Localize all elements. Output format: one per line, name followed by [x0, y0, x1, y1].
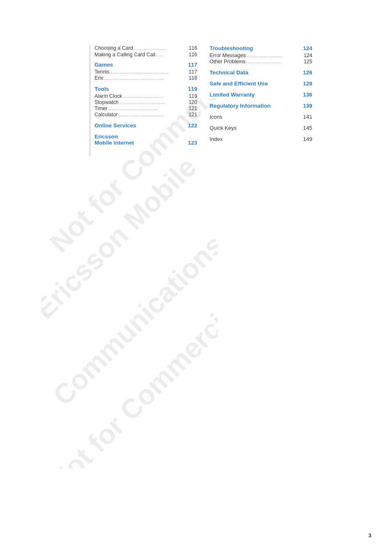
- technical-data-page: 126: [300, 69, 312, 76]
- regulatory-label: Regulatory Information: [210, 103, 271, 109]
- entry-label: Tennis: [95, 69, 109, 75]
- safe-use-header-row: Safe and Efficient Use 129: [210, 81, 312, 87]
- online-services-page: 122: [184, 122, 197, 129]
- entry-label: Other Problems: [210, 59, 246, 64]
- limited-warranty-page: 136: [300, 92, 312, 98]
- quick-keys-label: Quick Keys: [210, 125, 237, 131]
- toc-section-safe-use: Safe and Efficient Use 129: [210, 81, 312, 87]
- entry-dots: ............................: [122, 93, 189, 99]
- toc-entry-alarm-clock: Alarm Clock ............................…: [95, 93, 197, 99]
- safe-use-label: Safe and Efficient Use: [210, 81, 268, 87]
- limited-warranty-label: Limited Warranty: [210, 92, 255, 98]
- entry-page: 116: [189, 52, 197, 58]
- toc-section-quick-keys: Quick Keys 145: [210, 125, 312, 131]
- technical-data-header-row: Technical Data 126: [210, 69, 312, 76]
- entry-page: 119: [189, 93, 197, 99]
- toc-section-technical-data: Technical Data 126: [210, 69, 312, 76]
- toc-entry-other-problems: Other Problems .........................…: [210, 59, 312, 64]
- entry-label: Choosing a Card: [95, 45, 133, 51]
- mobile-internet-page: 123: [184, 140, 197, 146]
- entry-label: Making a Calling Card Call: [95, 52, 155, 58]
- toc-section-icons: Icons 141: [210, 114, 312, 120]
- technical-data-label: Technical Data: [210, 69, 248, 76]
- toc-left-column: Choosing a Card ........................…: [95, 45, 197, 147]
- ericsson-label: Ericsson: [95, 134, 118, 140]
- toc-entry-error-messages: Error Messages .........................…: [210, 53, 312, 58]
- quick-keys-header-row: Quick Keys 145: [210, 125, 312, 131]
- entry-page: 121: [189, 112, 197, 117]
- regulatory-header-row: Regulatory Information 139: [210, 103, 312, 109]
- limited-warranty-header-row: Limited Warranty 136: [210, 92, 312, 98]
- toc-right-column: Troubleshooting 124 Error Messages .....…: [210, 45, 312, 147]
- tools-label: Tools: [95, 86, 109, 92]
- toc-entry-calling-card: Making a Calling Card Call ...... 116: [95, 52, 197, 58]
- toc-section-limited-warranty: Limited Warranty 136: [210, 92, 312, 98]
- entry-dots: ........................................…: [109, 69, 189, 75]
- toc-section-games: Games 117 Tennis .......................…: [95, 62, 197, 81]
- toc-section-tools: Tools 119 Alarm Clock ..................…: [95, 86, 197, 117]
- entry-page: 116: [189, 45, 197, 51]
- toc-entry-calculator: Calculator .............................…: [95, 112, 197, 117]
- watermark: Not for Commercial Ericsson Mobile Commu…: [41, 99, 218, 468]
- troubleshooting-header-row: Troubleshooting 124: [210, 45, 312, 51]
- index-page: 149: [300, 136, 312, 142]
- entry-label: Stopwatch: [95, 99, 118, 105]
- entry-label: Calculator: [95, 112, 118, 117]
- entry-dots: .........................: [246, 53, 304, 58]
- troubleshooting-label: Troubleshooting: [210, 45, 253, 51]
- troubleshooting-page: 124: [300, 45, 312, 51]
- entry-label: Error Messages: [210, 53, 246, 58]
- entry-page: 124: [304, 53, 312, 58]
- tools-page: 119: [184, 86, 197, 92]
- online-services-label: Online Services: [95, 122, 136, 129]
- watermark-line-3: Communications: [46, 228, 218, 411]
- index-label: Index: [210, 136, 223, 142]
- page: Not for Commercial Ericsson Mobile Commu…: [0, 0, 392, 555]
- toc-entry-stopwatch: Stopwatch ..............................…: [95, 99, 197, 105]
- toc-section-online-services: Online Services 122: [95, 122, 197, 129]
- entry-label: Timer: [95, 106, 107, 111]
- toc-section-troubleshooting: Troubleshooting 124 Error Messages .....…: [210, 45, 312, 64]
- mobile-internet-header-row: Mobile Internet 123: [95, 140, 197, 146]
- entry-page: 120: [189, 99, 197, 105]
- games-header-row: Games 117: [95, 62, 197, 68]
- entry-dots: ................................: [118, 112, 189, 117]
- border-line: [90, 45, 90, 156]
- watermark-line-2: Ericsson Mobile: [41, 151, 203, 325]
- icons-label: Icons: [210, 114, 222, 120]
- toc-entry-tennis: Tennis .................................…: [95, 69, 197, 75]
- entry-dots: ........................................…: [104, 75, 189, 81]
- page-number: 3: [369, 532, 371, 539]
- watermark-line-4: Not for Commercial: [43, 291, 218, 468]
- regulatory-page: 139: [300, 103, 312, 109]
- safe-use-page: 129: [300, 81, 312, 87]
- entry-dots: .........................: [246, 59, 304, 64]
- quick-keys-page: 145: [300, 125, 312, 131]
- entry-dots: ................................: [118, 99, 189, 105]
- games-label: Games: [95, 62, 113, 68]
- ericsson-label-row: Ericsson: [95, 134, 197, 140]
- toc-section-ericsson-mobile: Ericsson Mobile Internet 123: [95, 134, 197, 146]
- icons-header-row: Icons 141: [210, 114, 312, 120]
- entry-label: Alarm Clock: [95, 93, 122, 99]
- games-page: 117: [184, 62, 197, 68]
- toc-section-index: Index 149: [210, 136, 312, 142]
- icons-page: 141: [300, 114, 312, 120]
- mobile-internet-label: Mobile Internet: [95, 140, 134, 146]
- online-services-header-row: Online Services 122: [95, 122, 197, 129]
- index-header-row: Index 149: [210, 136, 312, 142]
- entry-dots: ......: [155, 52, 188, 58]
- entry-dots: ...................................: [107, 106, 189, 111]
- entry-page: 121: [189, 106, 197, 111]
- toc-entry-timer: Timer ..................................…: [95, 106, 197, 111]
- toc-entry-choosing-card: Choosing a Card ........................…: [95, 45, 197, 51]
- toc-section-regulatory: Regulatory Information 139: [210, 103, 312, 109]
- entry-label: Erix: [95, 75, 104, 81]
- entry-page: 117: [189, 69, 197, 75]
- entry-page: 125: [304, 59, 312, 64]
- entry-dots: .........................: [133, 45, 188, 51]
- toc-entry-erix: Erix ...................................…: [95, 75, 197, 81]
- toc-container: Choosing a Card ........................…: [95, 45, 312, 147]
- entry-page: 118: [189, 75, 197, 81]
- tools-header-row: Tools 119: [95, 86, 197, 92]
